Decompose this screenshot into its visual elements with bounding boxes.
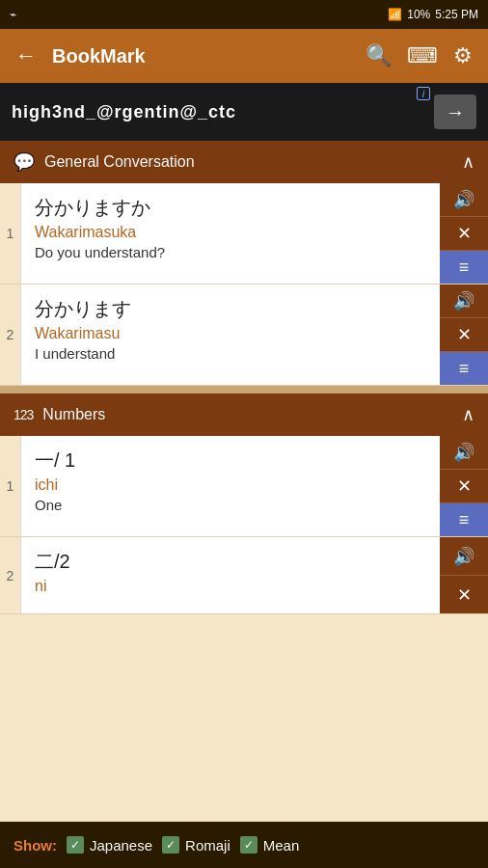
delete-button[interactable]: ✕ xyxy=(440,318,488,352)
item-japanese: 二/2 xyxy=(35,549,426,575)
bottom-bar: Show: ✓ Japanese ✓ Romaji ✓ Mean xyxy=(0,822,488,868)
ad-info-icon[interactable]: i xyxy=(417,87,430,100)
list-item: 2 二/2 ni 🔊 ✕ xyxy=(0,537,488,614)
checkbox-romaji-label: Romaji xyxy=(185,837,230,854)
section-title-general: General Conversation xyxy=(44,153,195,171)
header-bar: ← BookMark 🔍 ⌨ ⚙ xyxy=(0,29,488,83)
comment-button[interactable]: ≡ xyxy=(440,503,488,536)
sound-button[interactable]: 🔊 xyxy=(440,436,488,470)
item-number: 2 xyxy=(0,537,21,613)
list-item: 2 分かります Wakarimasu I understand 🔊 ✕ ≡ xyxy=(0,285,488,386)
settings-button[interactable]: ⚙ xyxy=(453,43,473,68)
delete-button[interactable]: ✕ xyxy=(440,576,488,613)
item-actions: 🔊 ✕ ≡ xyxy=(440,436,488,536)
delete-button[interactable]: ✕ xyxy=(440,217,488,251)
sound-button[interactable]: 🔊 xyxy=(440,537,488,576)
back-button[interactable]: ← xyxy=(15,43,37,68)
delete-button[interactable]: ✕ xyxy=(440,470,488,503)
item-romaji: ichi xyxy=(35,476,426,494)
item-japanese: 分かりますか xyxy=(35,195,426,221)
checkbox-mean-label: Mean xyxy=(263,837,300,854)
item-meaning: I understand xyxy=(35,345,426,362)
checkbox-group-romaji: ✓ Romaji xyxy=(162,836,230,854)
item-actions: 🔊 ✕ ≡ xyxy=(440,285,488,385)
list-item: 1 分かりますか Wakarimasuka Do you understand?… xyxy=(0,183,488,285)
section-header-general-conversation: 💬 General Conversation ∧ xyxy=(0,141,488,183)
item-japanese: 一/ 1 xyxy=(35,448,426,474)
item-meaning: Do you understand? xyxy=(35,244,426,260)
checkbox-group-japanese: ✓ Japanese xyxy=(67,836,152,854)
item-meaning: One xyxy=(35,497,426,513)
page-title: BookMark xyxy=(52,45,350,68)
section-icon-general: 💬 xyxy=(14,151,35,173)
comment-button[interactable]: ≡ xyxy=(440,251,488,284)
ad-text: high3nd_@rgentin@_ctc xyxy=(12,102,236,122)
item-romaji: Wakarimasuka xyxy=(35,224,426,241)
item-content: 二/2 ni xyxy=(21,537,440,613)
item-number: 2 xyxy=(0,285,21,385)
section-header-numbers: 123 Numbers ∧ xyxy=(0,393,488,436)
signal-icon: 📶 xyxy=(388,8,402,21)
list-item: 1 一/ 1 ichi One 🔊 ✕ ≡ xyxy=(0,436,488,537)
ad-banner: high3nd_@rgentin@_ctc i → xyxy=(0,83,488,141)
checkbox-japanese-label: Japanese xyxy=(90,837,152,854)
content-area: 💬 General Conversation ∧ 1 分かりますか Wakari… xyxy=(0,141,488,822)
section-chevron-general[interactable]: ∧ xyxy=(462,151,474,173)
search-button[interactable]: 🔍 xyxy=(366,43,392,68)
item-content: 一/ 1 ichi One xyxy=(21,436,440,536)
checkbox-romaji[interactable]: ✓ xyxy=(162,836,179,854)
item-number: 1 xyxy=(0,183,21,284)
item-japanese: 分かります xyxy=(35,296,426,322)
item-actions: 🔊 ✕ xyxy=(440,537,488,613)
time-display: 5:25 PM xyxy=(435,8,478,21)
sound-button[interactable]: 🔊 xyxy=(440,183,488,217)
section-gap xyxy=(0,386,488,393)
item-content: 分かります Wakarimasu I understand xyxy=(21,285,440,385)
usb-icon: ⌁ xyxy=(10,8,16,21)
item-actions: 🔊 ✕ ≡ xyxy=(440,183,488,284)
status-bar: ⌁ 📶 10% 5:25 PM xyxy=(0,0,488,29)
keyboard-button[interactable]: ⌨ xyxy=(407,43,438,68)
item-romaji: ni xyxy=(35,578,426,595)
item-content: 分かりますか Wakarimasuka Do you understand? xyxy=(21,183,440,284)
battery-level: 10% xyxy=(407,8,430,21)
comment-button[interactable]: ≡ xyxy=(440,352,488,385)
ad-arrow-button[interactable]: → xyxy=(434,95,476,129)
checkbox-group-mean: ✓ Mean xyxy=(240,836,300,854)
item-romaji: Wakarimasu xyxy=(35,325,426,342)
item-number: 1 xyxy=(0,436,21,536)
section-icon-numbers: 123 xyxy=(14,407,33,422)
checkbox-japanese[interactable]: ✓ xyxy=(67,836,84,854)
section-title-numbers: Numbers xyxy=(42,406,105,423)
checkbox-mean[interactable]: ✓ xyxy=(240,836,258,854)
sound-button[interactable]: 🔊 xyxy=(440,285,488,318)
show-label: Show: xyxy=(14,837,57,854)
section-chevron-numbers[interactable]: ∧ xyxy=(462,404,474,425)
